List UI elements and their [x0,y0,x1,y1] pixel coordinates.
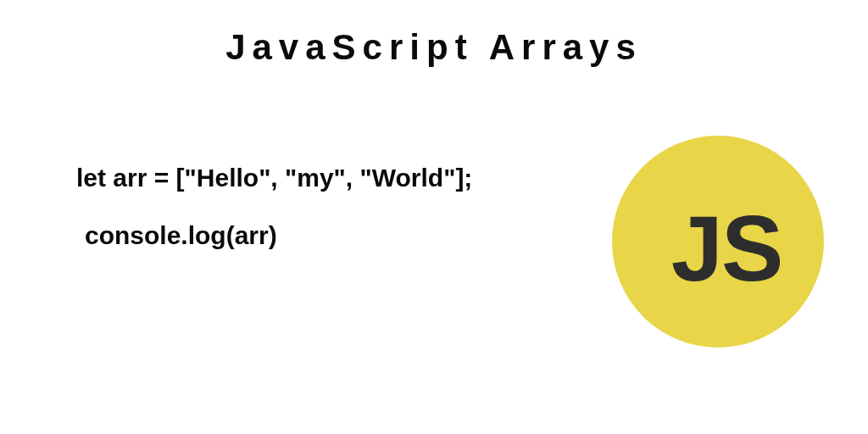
code-line-1: let arr = ["Hello", "my", "World"]; [76,165,472,191]
code-line-2: console.log(arr) [85,223,472,248]
javascript-logo-icon: JS [612,136,824,348]
js-logo-text: JS [671,194,782,302]
page-title: JavaScript Arrays [0,27,868,68]
code-example: let arr = ["Hello", "my", "World"]; cons… [76,165,472,248]
